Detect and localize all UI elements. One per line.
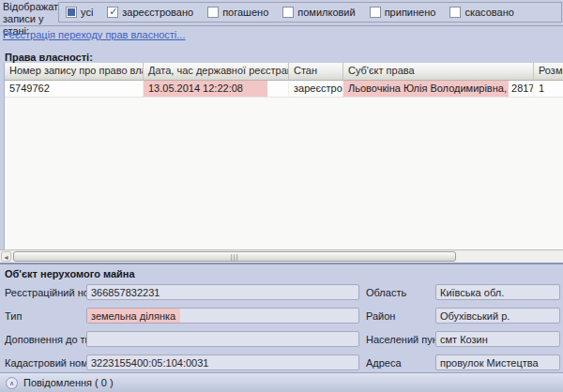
checkbox-extinguished-icon[interactable] — [207, 7, 219, 18]
checkbox-all-icon[interactable] — [66, 7, 77, 18]
scroll-left-arrow-icon[interactable]: ◄ — [1, 251, 11, 262]
field-registration-number[interactable]: 366857832231 — [86, 284, 359, 300]
field-type-addition[interactable] — [86, 331, 359, 347]
cell-registration-datetime[interactable]: 13.05.2014 12:22:08 — [144, 81, 289, 97]
link-row: Реєстрація переходу прав власності... — [3, 29, 185, 40]
header-record-number[interactable]: Номер запису про право власності — [5, 63, 144, 81]
cell-size[interactable]: 1 — [534, 81, 563, 97]
ownership-rights-title: Права власності: — [5, 52, 93, 63]
checkbox-cancelled-icon[interactable] — [449, 7, 461, 18]
checkbox-all[interactable]: усі — [66, 7, 93, 18]
checkbox-all-label: усі — [81, 7, 93, 18]
field-cadastral-number[interactable]: 3223155400:05:104:0031 — [86, 354, 359, 370]
cell-subject[interactable]: Льовочкіна Юлія Володимирівна, 281721640… — [343, 81, 534, 97]
label-cadastral-number: Кадастровий номер — [5, 357, 99, 369]
checkbox-extinguished[interactable]: погашено — [207, 7, 268, 18]
checkbox-terminated-label: припинено — [385, 7, 436, 18]
subject-code: 2817216404 — [509, 83, 534, 94]
field-settlement[interactable]: смт Козин — [435, 331, 560, 347]
header-subject[interactable]: Суб'єкт права — [343, 63, 534, 81]
ownership-rights-table: Номер запису про право власності Дата, ч… — [4, 63, 563, 249]
label-district: Район — [366, 310, 395, 322]
checkbox-extinguished-label: погашено — [222, 7, 268, 18]
header-size[interactable]: Розмір — [534, 63, 563, 81]
checkbox-terminated-icon[interactable] — [370, 7, 381, 18]
checkbox-erroneous[interactable]: помилковий — [282, 7, 355, 18]
messages-bar[interactable]: ∧ Повідомлення ( 0 ) — [0, 372, 563, 392]
field-region[interactable]: Київська обл. — [435, 284, 560, 300]
field-address[interactable]: провулок Мистецтва — [435, 354, 560, 370]
highlighted-subject-name: Льовочкіна Юлія Володимирівна, — [343, 81, 509, 97]
filter-checkbox-group: усі зареєстровано погашено помилковий пр… — [58, 2, 562, 23]
property-registry-window: Відображати записи у стані: усі зареєстр… — [0, 0, 563, 392]
ownership-transfer-registration-link[interactable]: Реєстрація переходу прав власності... — [3, 29, 185, 40]
messages-bar-label: Повідомлення ( 0 ) — [23, 377, 114, 388]
checkbox-terminated[interactable]: припинено — [370, 7, 436, 18]
label-type: Тип — [5, 310, 22, 322]
field-type[interactable]: земельна ділянка — [86, 308, 359, 324]
highlighted-datetime: 13.05.2014 12:22:08 — [144, 81, 267, 97]
checkbox-registered-label: зареєстровано — [122, 7, 193, 18]
header-registration-datetime[interactable]: Дата, час державної реєстрації права — [144, 63, 289, 81]
label-address: Адреса — [366, 357, 402, 369]
checkbox-registered-icon[interactable] — [107, 7, 118, 18]
object-panel-title: Об'єкт нерухомого майна — [5, 268, 135, 279]
scrollbar-thumb[interactable]: ||| — [13, 251, 456, 262]
checkbox-erroneous-icon[interactable] — [282, 7, 294, 18]
checkbox-registered[interactable]: зареєстровано — [107, 7, 193, 18]
checkbox-cancelled-label: скасовано — [464, 7, 513, 18]
table-header-row: Номер запису про право власності Дата, ч… — [5, 63, 563, 81]
cell-record-number[interactable]: 5749762 — [5, 81, 144, 97]
filter-bar: Відображати записи у стані: усі зареєстр… — [0, 0, 563, 26]
table-row[interactable]: 5749762 13.05.2014 12:22:08 зареєстрован… — [5, 81, 563, 98]
real-estate-object-panel: Об'єкт нерухомого майна Реєстраційний но… — [0, 263, 563, 372]
horizontal-scrollbar[interactable]: ◄ ||| — [0, 249, 563, 263]
header-state[interactable]: Стан — [289, 63, 343, 81]
field-district[interactable]: Обухівський р. — [435, 308, 560, 324]
highlighted-type-value: земельна ділянка — [87, 309, 180, 324]
checkbox-cancelled[interactable]: скасовано — [449, 7, 513, 18]
collapse-icon[interactable]: ∧ — [6, 377, 18, 389]
checkbox-erroneous-label: помилковий — [297, 7, 355, 18]
cell-state[interactable]: зареєстровано — [289, 81, 343, 97]
label-region: Область — [366, 287, 406, 298]
